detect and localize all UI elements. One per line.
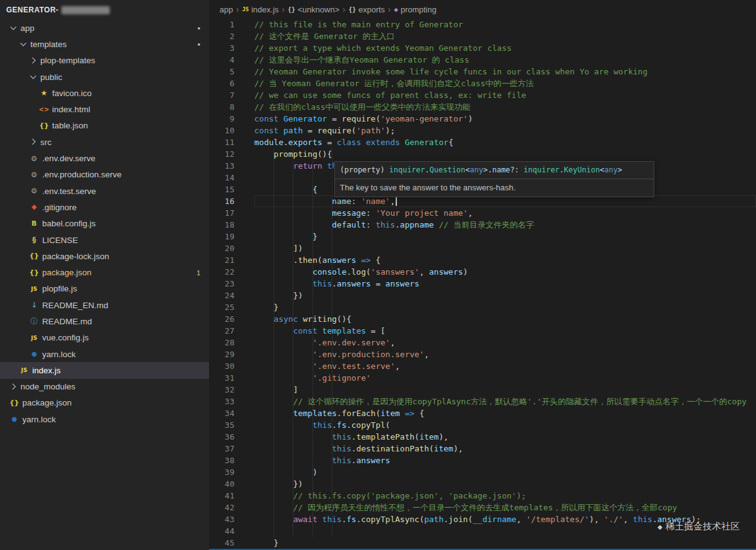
line-number[interactable]: 23 xyxy=(209,278,234,290)
code-line[interactable]: // 这个循环的操作，是因为使用copyTplAsync方法，默认忽略'.'开头… xyxy=(254,396,756,407)
line-number[interactable]: 29 xyxy=(209,348,234,360)
code-line[interactable]: // 当 Yeoman Generator 运行时，会调用我们自定义class中… xyxy=(254,78,756,89)
code-line[interactable]: ]) xyxy=(254,242,756,254)
line-number[interactable]: 43 xyxy=(209,513,234,525)
line-number[interactable]: 42 xyxy=(209,502,234,513)
code-line[interactable]: // 这个文件是 Generator 的主入口 xyxy=(254,30,756,42)
line-number[interactable]: 11 xyxy=(209,136,234,148)
code-line[interactable]: } xyxy=(254,301,756,313)
code-line[interactable]: const templates = [ xyxy=(254,325,756,337)
line-number[interactable]: 4 xyxy=(209,54,234,66)
tree-item-vue-config-js[interactable]: JSvue.config.js xyxy=(0,330,209,346)
tree-item-node-modules[interactable]: node_modules xyxy=(0,379,209,395)
tree-item-plopfile-js[interactable]: JSplopfile.js xyxy=(0,281,209,297)
line-number[interactable]: 22 xyxy=(209,266,234,278)
code-line[interactable]: const Generator = require('yeoman-genera… xyxy=(254,113,756,125)
line-number[interactable]: 41 xyxy=(209,490,234,502)
tree-item-src[interactable]: src xyxy=(0,134,209,150)
line-number[interactable]: 37 xyxy=(209,443,234,455)
breadcrumb-item-index-js[interactable]: JSindex.js xyxy=(242,5,278,14)
tree-item-env-production-serve[interactable]: ⚙.env.production.serve xyxy=(0,167,209,183)
code-line[interactable]: '.env.test.serve', xyxy=(254,360,756,372)
line-number[interactable]: 27 xyxy=(209,325,234,337)
code-line[interactable]: ) xyxy=(254,466,756,478)
code-line[interactable]: }) xyxy=(254,290,756,301)
code-line[interactable]: default: this.appname // 当前目录文件夹的名字 xyxy=(254,219,756,231)
code-line[interactable]: ] xyxy=(254,384,756,396)
breadcrumb-item-unknown[interactable]: {}<unknown> xyxy=(288,5,339,14)
code-line[interactable]: module.exports = class extends Generator… xyxy=(254,136,756,148)
code-line[interactable]: // Yeoman Generator invoke some life cyc… xyxy=(254,66,756,78)
line-number[interactable]: 34 xyxy=(209,407,234,419)
code-line[interactable]: // this.fs.copy('package.json', 'package… xyxy=(254,490,756,502)
code-line[interactable]: console.log('sanswers', answers) xyxy=(254,266,756,278)
line-number[interactable]: 10 xyxy=(209,125,234,136)
code-line[interactable]: this.templatePath(item), xyxy=(254,431,756,443)
tree-item-app[interactable]: app● xyxy=(0,20,209,36)
code-line[interactable]: this.answers xyxy=(254,455,756,466)
line-number[interactable]: 9 xyxy=(209,113,234,125)
tree-item-env-dev-serve[interactable]: ⚙.env.dev.serve xyxy=(0,150,209,166)
code-line[interactable]: '.gitignore' xyxy=(254,372,756,384)
tree-item-public[interactable]: public xyxy=(0,69,209,85)
tree-item-babel-config-js[interactable]: Bbabel.config.js xyxy=(0,216,209,232)
code-line[interactable]: prompting(){ xyxy=(254,148,756,160)
code-line[interactable]: .then(answers => { xyxy=(254,254,756,266)
code-line[interactable]: const path = require('path'); xyxy=(254,125,756,136)
breadcrumb-item-exports[interactable]: {}exports xyxy=(349,5,385,14)
code-line[interactable]: } xyxy=(254,537,756,549)
breadcrumb-item-prompting[interactable]: ◆prompting xyxy=(394,5,436,14)
code-line[interactable]: }) xyxy=(254,478,756,490)
line-number[interactable]: 25 xyxy=(209,301,234,313)
line-number[interactable]: 31 xyxy=(209,372,234,384)
tree-item-readme-en-md[interactable]: ↓README_EN.md xyxy=(0,297,209,313)
line-number[interactable]: 14 xyxy=(209,172,234,184)
code-line[interactable]: // 因为程序员天生的惰性不想，一个目录一个文件的去生成templates，所以… xyxy=(254,502,756,513)
tree-item-package-json[interactable]: {}package.json1 xyxy=(0,264,209,280)
line-number[interactable]: 32 xyxy=(209,384,234,396)
tree-item-license[interactable]: §LICENSE xyxy=(0,232,209,248)
tree-item-favicon-ico[interactable]: ★favicon.ico xyxy=(0,85,209,101)
line-number[interactable]: 20 xyxy=(209,242,234,254)
code-line[interactable]: // export a type which extends Yeoman Ge… xyxy=(254,42,756,54)
tree-item-package-lock-json[interactable]: {}package-lock.json xyxy=(0,248,209,264)
line-number[interactable]: 5 xyxy=(209,66,234,78)
code-line[interactable]: this.destinationPath(item), xyxy=(254,443,756,455)
code-line[interactable]: message: 'Your project name', xyxy=(254,207,756,219)
line-number[interactable]: 17 xyxy=(209,207,234,219)
code-line[interactable]: } xyxy=(254,231,756,242)
line-number[interactable]: 26 xyxy=(209,313,234,325)
tree-item-readme-md[interactable]: ⓘREADME.md xyxy=(0,313,209,329)
line-number[interactable]: 45 xyxy=(209,537,234,549)
code-line[interactable]: this.answers = answers xyxy=(254,278,756,290)
tree-item-templates[interactable]: templates● xyxy=(0,36,209,52)
tree-item-gitignore[interactable]: ◆.gitignore xyxy=(0,199,209,215)
tree-item-index-js[interactable]: JSindex.js xyxy=(0,362,209,378)
line-number[interactable]: 1 xyxy=(209,19,234,30)
tree-item-package-json[interactable]: {}package.json xyxy=(0,395,209,411)
line-number[interactable]: 7 xyxy=(209,89,234,101)
line-number[interactable]: 24 xyxy=(209,290,234,301)
line-number[interactable]: 40 xyxy=(209,478,234,490)
tree-item-env-test-serve[interactable]: ⚙.env.test.serve xyxy=(0,183,209,199)
code-line[interactable]: this.fs.copyTpl( xyxy=(254,419,756,431)
line-number[interactable]: 36 xyxy=(209,431,234,443)
breadcrumb-item-app[interactable]: app xyxy=(220,5,233,14)
line-number[interactable]: 44 xyxy=(209,525,234,537)
code-line[interactable]: // this file is the main entry of Genera… xyxy=(254,19,756,30)
line-number[interactable]: 30 xyxy=(209,360,234,372)
line-number[interactable]: 33 xyxy=(209,396,234,407)
tree-item-table-json[interactable]: {}table.json xyxy=(0,118,209,134)
tree-item-plop-templates[interactable]: plop-templates xyxy=(0,53,209,69)
line-number[interactable]: 19 xyxy=(209,231,234,242)
line-number[interactable]: 13 xyxy=(209,160,234,172)
line-number[interactable]: 21 xyxy=(209,254,234,266)
explorer-root-header[interactable]: GENERATOR- xyxy=(0,0,209,20)
code-line[interactable]: // 这里会导出一个继承自Yeoman Generator 的 class xyxy=(254,54,756,66)
tree-item-index-html[interactable]: <>index.html xyxy=(0,101,209,117)
line-number[interactable]: 3 xyxy=(209,42,234,54)
code-area[interactable]: 1234567891011121314151617181920212223242… xyxy=(209,19,756,550)
line-number[interactable]: 28 xyxy=(209,337,234,348)
line-number[interactable]: 35 xyxy=(209,419,234,431)
line-number[interactable]: 39 xyxy=(209,466,234,478)
